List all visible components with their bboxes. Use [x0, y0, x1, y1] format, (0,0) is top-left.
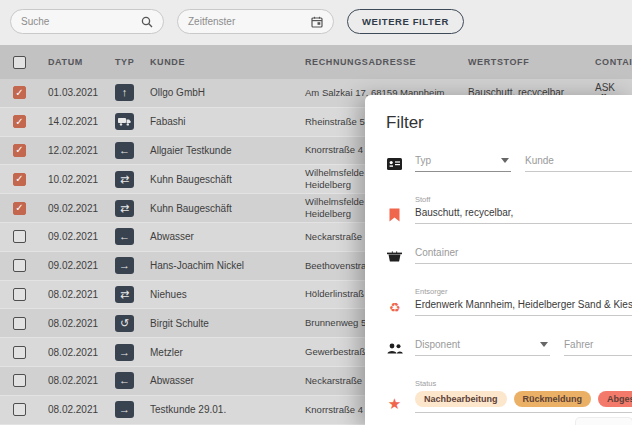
table-header-row: DATUM TYP KUNDE RECHNUNGSADRESSE WERTSTO… — [0, 45, 632, 79]
row-checkbox[interactable] — [13, 317, 26, 330]
status-chip[interactable]: Abgeschlossen — [598, 391, 632, 407]
container-placeholder: Container — [415, 247, 632, 258]
status-chip[interactable]: Rückmeldung — [514, 391, 592, 407]
search-placeholder: Suche — [21, 16, 135, 27]
row-customer: Abwasser — [150, 231, 305, 242]
row-date: 09.02.2021 — [48, 203, 115, 214]
status-field: Status NachbearbeitungRückmeldungAbgesch… — [415, 379, 632, 413]
apply-button-edge[interactable] — [575, 417, 632, 425]
container-icon — [386, 251, 403, 264]
column-header-typ[interactable]: TYP — [115, 57, 150, 67]
row-customer: Birgit Schulte — [150, 318, 305, 329]
search-icon — [141, 16, 153, 28]
row-date: 10.02.2021 — [48, 174, 115, 185]
status-chip[interactable]: Nachbearbeitung — [415, 391, 507, 407]
order-type-icon — [386, 158, 403, 172]
rotate-icon: ↺ — [115, 315, 134, 332]
row-customer: Allgaier Testkunde — [150, 145, 305, 156]
stoff-value: Bauschutt, recycelbar, — [415, 207, 632, 218]
row-date: 08.02.2021 — [48, 289, 115, 300]
swap-icon: ⇄ — [115, 171, 134, 188]
typ-placeholder: Typ — [415, 155, 511, 166]
column-header-kunde[interactable]: KUNDE — [150, 57, 305, 67]
row-checkbox[interactable]: ✓ — [13, 115, 26, 128]
row-date: 12.02.2021 — [48, 145, 115, 156]
row-checkbox[interactable] — [13, 288, 26, 301]
search-input[interactable]: Suche — [10, 9, 164, 34]
row-checkbox[interactable] — [13, 259, 26, 272]
swap-icon: ⇄ — [115, 286, 134, 303]
container-input[interactable]: Container — [415, 247, 632, 264]
row-checkbox[interactable] — [13, 346, 26, 359]
entsorger-input[interactable]: Entsorger Erdenwerk Mannheim, Heidelberg… — [415, 287, 632, 316]
disponent-select[interactable]: Disponent — [415, 339, 550, 356]
row-customer: Kuhn Baugeschäft — [150, 174, 305, 185]
column-header-datum[interactable]: DATUM — [48, 57, 115, 67]
row-checkbox[interactable]: ✓ — [13, 144, 26, 157]
arrow-left-icon: ← — [115, 228, 134, 245]
row-customer: Kuhn Baugeschäft — [150, 203, 305, 214]
row-checkbox[interactable] — [13, 374, 26, 387]
arrow-up-icon: ↑ — [115, 84, 134, 101]
row-customer: Hans-Joachim Nickel — [150, 260, 305, 271]
top-toolbar: Suche Zeitfenster WEITERE FILTER — [0, 0, 632, 45]
fahrer-placeholder: Fahrer — [564, 339, 632, 350]
row-checkbox[interactable]: ✓ — [13, 202, 26, 215]
timeframe-placeholder: Zeitfenster — [188, 16, 305, 27]
row-checkbox[interactable]: ✓ — [13, 86, 26, 99]
swap-icon: ⇄ — [115, 200, 134, 217]
status-label: Status — [415, 379, 632, 388]
row-date: 08.02.2021 — [48, 404, 115, 415]
row-customer: Abwasser — [150, 375, 305, 386]
row-date: 08.02.2021 — [48, 375, 115, 386]
arrow-right-icon: → — [115, 401, 134, 418]
star-icon: ★ — [386, 396, 403, 413]
timeframe-input[interactable]: Zeitfenster — [177, 9, 334, 34]
arrow-right-icon: → — [115, 344, 134, 361]
recycle-icon: ♻ — [386, 301, 403, 316]
kunde-input[interactable]: Kunde — [525, 155, 632, 172]
filter-dialog: Filter Typ Kunde — [365, 95, 632, 425]
row-checkbox[interactable]: ✓ — [13, 173, 26, 186]
column-header-container[interactable]: CONTAINER — [595, 57, 632, 67]
disponent-placeholder: Disponent — [415, 339, 550, 350]
more-filters-button[interactable]: WEITERE FILTER — [347, 9, 464, 34]
row-customer: Testkunde 29.01. — [150, 404, 305, 415]
arrow-left-icon: ← — [115, 372, 134, 389]
column-header-rechnungsadresse[interactable]: RECHNUNGSADRESSE — [305, 57, 468, 67]
row-date: 09.02.2021 — [48, 260, 115, 271]
arrow-right-icon: → — [115, 257, 134, 274]
row-checkbox[interactable] — [13, 403, 26, 416]
row-date: 01.03.2021 — [48, 87, 115, 98]
row-date: 08.02.2021 — [48, 347, 115, 358]
row-date: 14.02.2021 — [48, 116, 115, 127]
row-date: 09.02.2021 — [48, 231, 115, 242]
entsorger-value: Erdenwerk Mannheim, Heidelberger Sand & … — [415, 299, 632, 310]
chevron-down-icon — [501, 158, 509, 163]
row-date: 08.02.2021 — [48, 318, 115, 329]
truck-icon — [115, 113, 134, 130]
column-header-wertstoff[interactable]: WERTSTOFF — [468, 57, 595, 67]
row-customer: Metzler — [150, 347, 305, 358]
entsorger-label: Entsorger — [415, 287, 632, 296]
arrow-left-icon: ← — [115, 142, 134, 159]
row-customer: Niehues — [150, 289, 305, 300]
row-checkbox[interactable] — [13, 230, 26, 243]
chevron-down-icon — [540, 342, 548, 347]
stoff-input[interactable]: Stoff Bauschutt, recycelbar, — [415, 195, 632, 224]
typ-select[interactable]: Typ — [415, 155, 511, 172]
stoff-label: Stoff — [415, 195, 632, 204]
bookmark-icon — [386, 208, 403, 224]
row-customer: Fabashi — [150, 116, 305, 127]
fahrer-input[interactable]: Fahrer — [564, 339, 632, 356]
filter-dialog-title: Filter — [386, 113, 632, 133]
kunde-placeholder: Kunde — [525, 155, 632, 166]
select-all-checkbox[interactable] — [13, 56, 26, 69]
row-customer: Ollgo GmbH — [150, 87, 305, 98]
calendar-icon — [311, 16, 323, 28]
people-icon — [386, 343, 403, 356]
